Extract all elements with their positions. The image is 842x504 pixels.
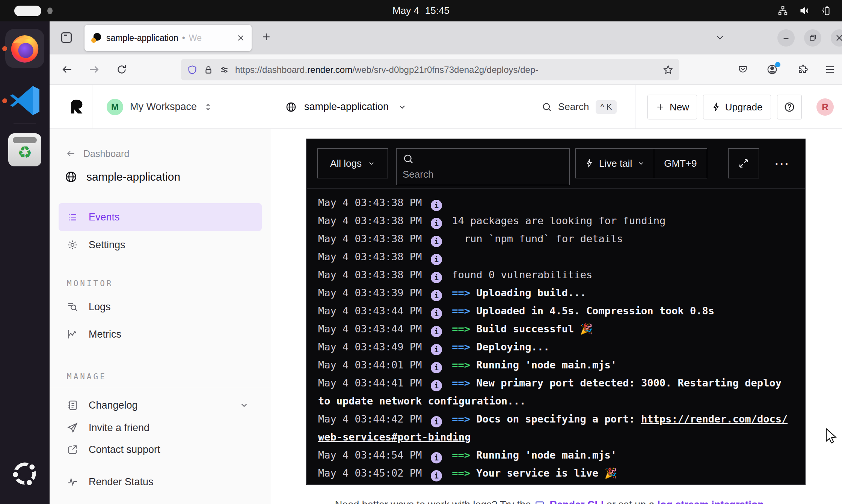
log-row[interactable]: May 4 03:44:54 PMi==>Running 'node main.… xyxy=(318,446,794,464)
log-row[interactable]: May 4 03:43:39 PMi==>Uploading build... xyxy=(318,284,794,302)
log-row[interactable]: May 4 03:43:38 PMi xyxy=(318,248,794,266)
log-row[interactable]: May 4 03:43:38 PMi xyxy=(318,194,794,212)
external-link-icon xyxy=(67,444,78,455)
settings-label: Settings xyxy=(89,239,125,251)
permissions-icon[interactable] xyxy=(219,65,229,75)
sidebar-item-contact[interactable]: Contact support xyxy=(59,438,262,461)
sidebar-item-invite[interactable]: Invite a friend xyxy=(59,416,262,439)
sidebar-divider xyxy=(50,388,271,388)
url-text[interactable]: https://dashboard.render.com/web/srv-d0b… xyxy=(235,65,657,75)
tab-list-button[interactable] xyxy=(714,32,726,43)
pocket-button[interactable] xyxy=(735,61,751,78)
user-avatar[interactable]: R xyxy=(816,85,834,129)
log-panel: All logs Search Live tail xyxy=(306,139,806,485)
forward-button[interactable] xyxy=(86,61,102,78)
log-message: Uploading build... xyxy=(476,287,586,299)
expand-logs-button[interactable] xyxy=(728,148,759,178)
workspace-name: My Workspace xyxy=(130,101,197,113)
reload-button[interactable] xyxy=(113,61,130,78)
info-icon: i xyxy=(431,344,442,355)
sidebar-item-metrics[interactable]: Metrics xyxy=(59,323,262,346)
render-cli-link[interactable]: Render CLI xyxy=(550,499,604,504)
live-tail-dropdown[interactable]: Live tail xyxy=(576,149,654,178)
log-filter-dropdown[interactable]: All logs xyxy=(317,148,388,178)
log-row[interactable]: May 4 03:43:38 PMi14 packages are lookin… xyxy=(318,212,794,230)
render-logo[interactable] xyxy=(68,98,84,115)
minimize-button[interactable] xyxy=(777,29,795,47)
sidebar-item-render-status[interactable]: Render Status xyxy=(59,471,262,493)
vscode-dock-item[interactable] xyxy=(0,83,50,116)
log-row[interactable]: May 4 03:44:42 PMi==>Docs on specifying … xyxy=(318,410,794,446)
log-row[interactable]: May 4 03:43:38 PMi run `npm fund` for de… xyxy=(318,230,794,248)
sidebar-item-settings[interactable]: Settings xyxy=(59,231,262,259)
firefox-dock-item[interactable] xyxy=(0,29,50,68)
search-placeholder: Search xyxy=(403,169,433,180)
render-favicon xyxy=(91,33,101,43)
user-initial: R xyxy=(816,98,834,116)
log-row[interactable]: May 4 03:44:01 PMi==>Running 'node main.… xyxy=(318,356,794,374)
url-bar[interactable]: https://dashboard.render.com/web/srv-d0b… xyxy=(181,59,679,80)
globe-icon xyxy=(65,171,77,183)
system-clock[interactable]: May 4 15:45 xyxy=(392,5,450,17)
info-icon: i xyxy=(431,416,442,427)
ubuntu-logo-icon xyxy=(8,456,42,491)
timezone-button[interactable]: GMT+9 xyxy=(654,149,706,178)
help-button[interactable] xyxy=(777,95,802,119)
info-icon: i xyxy=(431,200,442,211)
expand-icon xyxy=(738,158,749,169)
search-icon xyxy=(403,153,414,164)
question-icon xyxy=(784,101,795,113)
log-row[interactable]: May 4 03:45:02 PMi==>Your service is liv… xyxy=(318,464,794,482)
lock-icon[interactable] xyxy=(204,65,213,75)
shield-icon[interactable] xyxy=(187,65,198,75)
firefox-view-button[interactable] xyxy=(59,30,74,45)
account-button[interactable] xyxy=(764,61,780,78)
search-button[interactable]: Search ^ K xyxy=(542,85,617,129)
extensions-button[interactable] xyxy=(795,61,811,78)
ubuntu-dock-item[interactable] xyxy=(0,456,50,491)
browser-tab[interactable]: sample-application • We xyxy=(85,25,252,51)
log-arrow: ==> xyxy=(452,377,470,389)
menu-button[interactable] xyxy=(822,61,838,78)
sidebar-back-dashboard[interactable]: Dashboard xyxy=(66,145,129,162)
service-selector[interactable]: sample-application xyxy=(285,85,407,129)
dashboard-body: Dashboard sample-application Events Sett… xyxy=(50,129,842,504)
maximize-button[interactable] xyxy=(804,29,821,47)
new-button[interactable]: New xyxy=(647,95,697,119)
footer-text: Need better ways to work with logs? Try … xyxy=(335,499,531,504)
volume-icon xyxy=(799,6,809,16)
upgrade-button[interactable]: Upgrade xyxy=(703,95,771,119)
back-button[interactable] xyxy=(59,61,75,78)
service-title-label: sample-application xyxy=(86,171,180,183)
log-row[interactable]: May 4 03:43:49 PMi==>Deploying... xyxy=(318,338,794,356)
log-timestamp: May 4 03:43:38 PM xyxy=(318,197,422,208)
url-path: /web/srv-d0bgp21r0fns73dena2g/deploys/de… xyxy=(352,65,538,75)
more-options-button[interactable]: ⋯ xyxy=(774,148,790,178)
log-stream-link[interactable]: log stream integration xyxy=(657,499,764,504)
log-row[interactable]: May 4 03:43:44 PMi==>Build successful 🎉 xyxy=(318,320,794,338)
sidebar-item-logs[interactable]: Logs xyxy=(59,296,262,318)
sidebar: Dashboard sample-application Events Sett… xyxy=(50,129,271,504)
section-title-manage: MANAGE xyxy=(67,372,107,381)
trash-icon: ♻ xyxy=(8,133,41,166)
log-row[interactable]: May 4 03:44:41 PMi==>New primary port de… xyxy=(318,374,794,410)
log-toolbar: All logs Search Live tail xyxy=(307,139,805,189)
browser-toolbar: https://dashboard.render.com/web/srv-d0b… xyxy=(50,54,842,85)
tab-separator: • xyxy=(182,33,185,43)
log-search-input[interactable]: Search xyxy=(396,148,570,185)
new-tab-button[interactable] xyxy=(261,31,272,42)
workspace-selector[interactable]: M My Workspace xyxy=(107,85,213,129)
changelog-label: Changelog xyxy=(89,400,138,411)
sidebar-item-changelog[interactable]: Changelog xyxy=(59,394,262,416)
trash-dock-item[interactable]: ♻ xyxy=(0,133,50,166)
log-row[interactable]: May 4 03:43:44 PMi==>Uploaded in 4.5s. C… xyxy=(318,302,794,320)
dashboard-header: M My Workspace sample-application Search… xyxy=(50,85,842,129)
close-window-button[interactable] xyxy=(831,29,842,47)
activities-pill[interactable] xyxy=(14,6,41,16)
tab-close-button[interactable] xyxy=(237,34,245,42)
sidebar-item-events[interactable]: Events xyxy=(59,203,262,231)
system-tray[interactable] xyxy=(778,6,831,16)
log-message: Deploying... xyxy=(476,341,549,353)
log-row[interactable]: May 4 03:43:38 PMifound 0 vulnerabilitie… xyxy=(318,266,794,284)
bookmark-star-button[interactable] xyxy=(663,65,673,75)
